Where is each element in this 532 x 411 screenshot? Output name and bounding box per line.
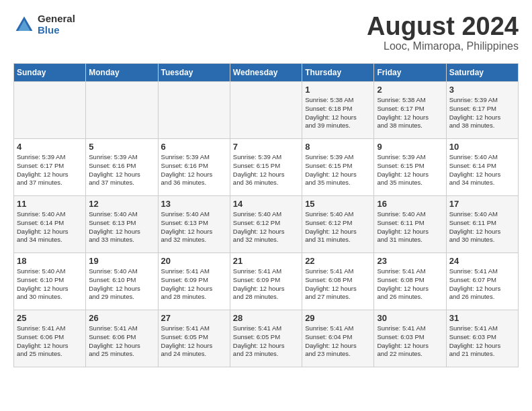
day-number: 20: [161, 256, 227, 266]
cell-info: Sunrise: 5:39 AM Sunset: 6:16 PM Dayligh…: [161, 153, 227, 187]
logo: General Blue: [13, 13, 75, 36]
week-row-1: 1Sunrise: 5:38 AM Sunset: 6:18 PM Daylig…: [14, 82, 519, 139]
logo-blue: Blue: [38, 25, 75, 36]
day-number: 3: [449, 85, 515, 95]
calendar-cell: 23Sunrise: 5:41 AM Sunset: 6:08 PM Dayli…: [374, 253, 446, 310]
cell-info: Sunrise: 5:39 AM Sunset: 6:17 PM Dayligh…: [17, 153, 83, 187]
day-number: 18: [17, 256, 83, 266]
cell-info: Sunrise: 5:41 AM Sunset: 6:08 PM Dayligh…: [305, 267, 371, 302]
cell-info: Sunrise: 5:39 AM Sunset: 6:15 PM Dayligh…: [233, 153, 299, 187]
calendar-cell: [230, 82, 302, 139]
location: Looc, Mimaropa, Philippines: [367, 40, 519, 52]
header-friday: Friday: [374, 64, 446, 82]
week-row-2: 4Sunrise: 5:39 AM Sunset: 6:17 PM Daylig…: [14, 139, 519, 196]
calendar-cell: 15Sunrise: 5:40 AM Sunset: 6:12 PM Dayli…: [302, 196, 374, 253]
calendar-cell: 4Sunrise: 5:39 AM Sunset: 6:17 PM Daylig…: [14, 139, 86, 196]
day-number: 1: [305, 85, 371, 95]
day-number: 29: [305, 313, 371, 323]
calendar-cell: 17Sunrise: 5:40 AM Sunset: 6:11 PM Dayli…: [446, 196, 518, 253]
cell-info: Sunrise: 5:41 AM Sunset: 6:09 PM Dayligh…: [233, 267, 299, 302]
day-number: 21: [233, 256, 299, 266]
logo-text: General Blue: [38, 13, 75, 36]
calendar-cell: 1Sunrise: 5:38 AM Sunset: 6:18 PM Daylig…: [302, 82, 374, 139]
calendar-cell: 22Sunrise: 5:41 AM Sunset: 6:08 PM Dayli…: [302, 253, 374, 310]
day-number: 30: [377, 313, 443, 323]
day-number: 13: [161, 199, 227, 209]
day-number: 10: [449, 142, 515, 152]
day-number: 4: [17, 142, 83, 152]
calendar-cell: 3Sunrise: 5:39 AM Sunset: 6:17 PM Daylig…: [446, 82, 518, 139]
calendar-cell: 31Sunrise: 5:41 AM Sunset: 6:03 PM Dayli…: [446, 310, 518, 367]
cell-info: Sunrise: 5:39 AM Sunset: 6:16 PM Dayligh…: [89, 153, 154, 187]
day-number: 19: [89, 256, 154, 266]
calendar-cell: 19Sunrise: 5:40 AM Sunset: 6:10 PM Dayli…: [86, 253, 158, 310]
header-tuesday: Tuesday: [158, 64, 230, 82]
calendar-cell: 25Sunrise: 5:41 AM Sunset: 6:06 PM Dayli…: [14, 310, 86, 367]
calendar-cell: 30Sunrise: 5:41 AM Sunset: 6:03 PM Dayli…: [374, 310, 446, 367]
week-row-5: 25Sunrise: 5:41 AM Sunset: 6:06 PM Dayli…: [14, 310, 519, 367]
calendar-table: SundayMondayTuesdayWednesdayThursdayFrid…: [13, 63, 519, 367]
day-number: 6: [161, 142, 227, 152]
calendar-cell: [158, 82, 230, 139]
calendar-cell: 6Sunrise: 5:39 AM Sunset: 6:16 PM Daylig…: [158, 139, 230, 196]
calendar-cell: 26Sunrise: 5:41 AM Sunset: 6:06 PM Dayli…: [86, 310, 158, 367]
day-number: 25: [17, 313, 83, 323]
calendar-cell: 27Sunrise: 5:41 AM Sunset: 6:05 PM Dayli…: [158, 310, 230, 367]
cell-info: Sunrise: 5:40 AM Sunset: 6:13 PM Dayligh…: [161, 210, 227, 244]
cell-info: Sunrise: 5:40 AM Sunset: 6:11 PM Dayligh…: [377, 210, 443, 244]
day-number: 31: [449, 313, 515, 323]
month-title: August 2024: [367, 13, 519, 39]
day-number: 9: [377, 142, 443, 152]
day-number: 27: [161, 313, 227, 323]
cell-info: Sunrise: 5:40 AM Sunset: 6:10 PM Dayligh…: [89, 267, 154, 302]
cell-info: Sunrise: 5:39 AM Sunset: 6:17 PM Dayligh…: [449, 96, 515, 130]
cell-info: Sunrise: 5:41 AM Sunset: 6:08 PM Dayligh…: [377, 267, 443, 302]
day-number: 16: [377, 199, 443, 209]
calendar-cell: 24Sunrise: 5:41 AM Sunset: 6:07 PM Dayli…: [446, 253, 518, 310]
calendar-cell: 14Sunrise: 5:40 AM Sunset: 6:12 PM Dayli…: [230, 196, 302, 253]
week-row-4: 18Sunrise: 5:40 AM Sunset: 6:10 PM Dayli…: [14, 253, 519, 310]
cell-info: Sunrise: 5:41 AM Sunset: 6:03 PM Dayligh…: [377, 324, 443, 359]
day-number: 23: [377, 256, 443, 266]
calendar-cell: [14, 82, 86, 139]
cell-info: Sunrise: 5:41 AM Sunset: 6:05 PM Dayligh…: [233, 324, 299, 359]
cell-info: Sunrise: 5:38 AM Sunset: 6:17 PM Dayligh…: [377, 96, 443, 130]
calendar-cell: 2Sunrise: 5:38 AM Sunset: 6:17 PM Daylig…: [374, 82, 446, 139]
calendar-cell: 28Sunrise: 5:41 AM Sunset: 6:05 PM Dayli…: [230, 310, 302, 367]
cell-info: Sunrise: 5:40 AM Sunset: 6:11 PM Dayligh…: [449, 210, 515, 244]
calendar-cell: 10Sunrise: 5:40 AM Sunset: 6:14 PM Dayli…: [446, 139, 518, 196]
cell-info: Sunrise: 5:41 AM Sunset: 6:09 PM Dayligh…: [161, 267, 227, 302]
page-header: General Blue August 2024 Looc, Mimaropa,…: [13, 13, 519, 52]
cell-info: Sunrise: 5:41 AM Sunset: 6:06 PM Dayligh…: [17, 324, 83, 359]
cell-info: Sunrise: 5:41 AM Sunset: 6:03 PM Dayligh…: [449, 324, 515, 359]
calendar-cell: 16Sunrise: 5:40 AM Sunset: 6:11 PM Dayli…: [374, 196, 446, 253]
day-number: 26: [89, 313, 154, 323]
day-number: 5: [89, 142, 154, 152]
logo-general: General: [38, 13, 75, 25]
cell-info: Sunrise: 5:40 AM Sunset: 6:12 PM Dayligh…: [233, 210, 299, 244]
day-number: 7: [233, 142, 299, 152]
header-thursday: Thursday: [302, 64, 374, 82]
header-wednesday: Wednesday: [230, 64, 302, 82]
calendar-cell: 18Sunrise: 5:40 AM Sunset: 6:10 PM Dayli…: [14, 253, 86, 310]
header-monday: Monday: [86, 64, 158, 82]
calendar-cell: 9Sunrise: 5:39 AM Sunset: 6:15 PM Daylig…: [374, 139, 446, 196]
cell-info: Sunrise: 5:40 AM Sunset: 6:10 PM Dayligh…: [17, 267, 83, 302]
week-row-3: 11Sunrise: 5:40 AM Sunset: 6:14 PM Dayli…: [14, 196, 519, 253]
header-saturday: Saturday: [446, 64, 518, 82]
cell-info: Sunrise: 5:41 AM Sunset: 6:05 PM Dayligh…: [161, 324, 227, 359]
calendar-cell: 8Sunrise: 5:39 AM Sunset: 6:15 PM Daylig…: [302, 139, 374, 196]
day-number: 8: [305, 142, 371, 152]
cell-info: Sunrise: 5:40 AM Sunset: 6:14 PM Dayligh…: [17, 210, 83, 244]
cell-info: Sunrise: 5:39 AM Sunset: 6:15 PM Dayligh…: [377, 153, 443, 187]
calendar-cell: 7Sunrise: 5:39 AM Sunset: 6:15 PM Daylig…: [230, 139, 302, 196]
header-row: SundayMondayTuesdayWednesdayThursdayFrid…: [14, 64, 519, 82]
title-block: August 2024 Looc, Mimaropa, Philippines: [367, 13, 519, 52]
day-number: 24: [449, 256, 515, 266]
day-number: 14: [233, 199, 299, 209]
calendar-cell: 21Sunrise: 5:41 AM Sunset: 6:09 PM Dayli…: [230, 253, 302, 310]
cell-info: Sunrise: 5:41 AM Sunset: 6:06 PM Dayligh…: [89, 324, 154, 359]
day-number: 28: [233, 313, 299, 323]
cell-info: Sunrise: 5:39 AM Sunset: 6:15 PM Dayligh…: [305, 153, 371, 187]
calendar-cell: 29Sunrise: 5:41 AM Sunset: 6:04 PM Dayli…: [302, 310, 374, 367]
